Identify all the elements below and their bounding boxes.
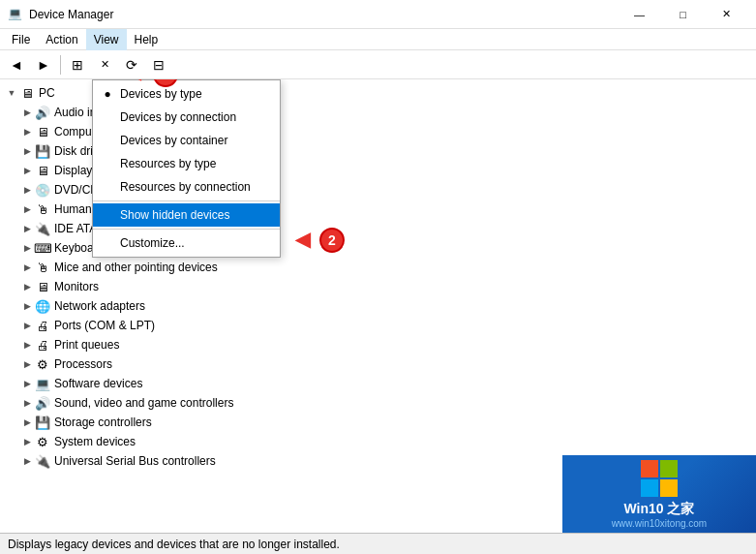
storage-icon: 💾: [35, 415, 50, 430]
item-expander: ▶: [19, 163, 35, 178]
usb-icon: 🔌: [35, 453, 50, 469]
item-expander: ▶: [19, 279, 35, 294]
item-expander: ▶: [19, 415, 35, 430]
item-expander: ▶: [19, 376, 35, 391]
menu-item-customize[interactable]: Customize...: [93, 231, 280, 255]
item-expander: ▶: [19, 434, 35, 449]
check-icon: [101, 157, 114, 170]
system-icon: ⚙: [35, 434, 50, 449]
menu-separator: [93, 229, 280, 230]
toolbar: ◄ ► ⊞ ✕ ⟳ ⊟: [0, 50, 756, 79]
root-icon: 🖥: [19, 85, 35, 101]
processor-icon: ⚙: [35, 356, 50, 372]
window-controls: — □ ✕: [618, 0, 748, 29]
item-expander: ▶: [19, 124, 35, 139]
check-icon: [101, 110, 114, 124]
sound-icon: 🔊: [35, 395, 50, 411]
list-item[interactable]: ▶ 🔊 Sound, video and game controllers: [0, 393, 756, 413]
item-expander: ▶: [19, 221, 35, 236]
toolbar-back-button[interactable]: ◄: [4, 53, 29, 77]
item-label: Monitors: [54, 280, 99, 293]
list-item[interactable]: ▶ ⚙ System devices: [0, 432, 756, 451]
item-expander: ▶: [19, 182, 35, 198]
watermark: Win10 之家 www.win10xitong.com: [562, 455, 756, 533]
hid-icon: 🖱: [35, 201, 50, 217]
toolbar-properties-button[interactable]: ⊞: [65, 53, 90, 77]
display-icon: 🖥: [35, 163, 50, 178]
check-icon: [101, 236, 114, 250]
check-icon: ●: [101, 87, 114, 101]
minimize-button[interactable]: —: [618, 0, 661, 29]
watermark-url: www.win10xitong.com: [612, 518, 707, 529]
toolbar-scan-button[interactable]: ⟳: [119, 53, 144, 77]
win-tile-red: [641, 460, 658, 477]
item-expander: ▶: [19, 105, 35, 120]
menu-bar: File Action View Help: [0, 29, 756, 50]
root-label: PC: [39, 86, 55, 100]
item-expander: ▶: [19, 395, 35, 411]
print-icon: 🖨: [35, 337, 50, 353]
menu-view[interactable]: View: [86, 29, 127, 50]
mouse-icon: 🖱: [35, 260, 50, 275]
list-item[interactable]: ▶ 🌐 Network adapters: [0, 296, 756, 316]
check-icon: [101, 208, 114, 222]
menu-item-resources-by-type[interactable]: Resources by type: [93, 152, 280, 175]
list-item[interactable]: ▶ ⚙ Processors: [0, 354, 756, 374]
monitor-icon: 🖥: [35, 279, 50, 294]
item-label: Ports (COM & LPT): [54, 319, 155, 332]
toolbar-separator: [60, 55, 61, 75]
win-tile-blue: [641, 479, 658, 497]
item-expander: ▶: [19, 201, 35, 217]
ide-icon: 🔌: [35, 221, 50, 236]
menu-item-devices-by-container[interactable]: Devices by container: [93, 129, 280, 152]
menu-file[interactable]: File: [4, 29, 38, 50]
menu-item-devices-by-type[interactable]: ● Devices by type: [93, 82, 280, 106]
dvd-icon: 💿: [35, 182, 50, 198]
list-item[interactable]: ▶ 🖥 Monitors: [0, 277, 756, 296]
window-icon: 💻: [8, 7, 23, 22]
status-bar: Displays legacy devices and devices that…: [0, 533, 756, 554]
toolbar-forward-button[interactable]: ►: [31, 53, 56, 77]
item-expander: ▶: [19, 298, 35, 314]
item-label: Software devices: [54, 377, 142, 390]
audio-icon: 🔊: [35, 105, 50, 120]
item-label: Storage controllers: [54, 416, 152, 429]
computers-icon: 🖥: [35, 124, 50, 139]
item-expander: ▶: [19, 143, 35, 159]
item-expander: ▶: [19, 318, 35, 333]
toolbar-uninstall-button[interactable]: ✕: [92, 53, 117, 77]
maximize-button[interactable]: □: [661, 0, 705, 29]
status-text: Displays legacy devices and devices that…: [8, 538, 340, 551]
item-expander: ▶: [19, 337, 35, 353]
view-dropdown-menu: ● Devices by type Devices by connection …: [92, 79, 281, 258]
item-label: Network adapters: [54, 299, 145, 313]
win-tile-green: [660, 460, 678, 477]
close-button[interactable]: ✕: [705, 0, 748, 29]
toolbar-collapse-button[interactable]: ⊟: [146, 53, 171, 77]
win-tile-yellow: [660, 479, 678, 497]
list-item[interactable]: ▶ 🖱 Mice and other pointing devices: [0, 258, 756, 277]
menu-item-devices-by-connection[interactable]: Devices by connection: [93, 106, 280, 129]
item-label: Print queues: [54, 338, 119, 352]
network-icon: 🌐: [35, 298, 50, 314]
menu-help[interactable]: Help: [127, 29, 166, 50]
item-label: Processors: [54, 357, 112, 371]
title-bar: 💻 Device Manager — □ ✕: [0, 0, 756, 29]
menu-item-show-hidden[interactable]: Show hidden devices: [93, 203, 280, 227]
software-icon: 💻: [35, 376, 50, 391]
item-label: Universal Serial Bus controllers: [54, 454, 216, 468]
root-expander: ▼: [4, 85, 19, 101]
disk-icon: 💾: [35, 143, 50, 159]
check-icon: [101, 180, 114, 194]
item-label: Mice and other pointing devices: [54, 261, 218, 274]
menu-action[interactable]: Action: [38, 29, 85, 50]
list-item[interactable]: ▶ 🖨 Ports (COM & LPT): [0, 316, 756, 335]
menu-item-resources-by-connection[interactable]: Resources by connection: [93, 175, 280, 199]
item-expander: ▶: [19, 260, 35, 275]
list-item[interactable]: ▶ 💾 Storage controllers: [0, 413, 756, 432]
check-icon: [101, 134, 114, 147]
list-item[interactable]: ▶ 🖨 Print queues: [0, 335, 756, 354]
list-item[interactable]: ▶ 💻 Software devices: [0, 374, 756, 393]
item-label: Sound, video and game controllers: [54, 396, 233, 410]
windows-logo: [641, 460, 678, 497]
